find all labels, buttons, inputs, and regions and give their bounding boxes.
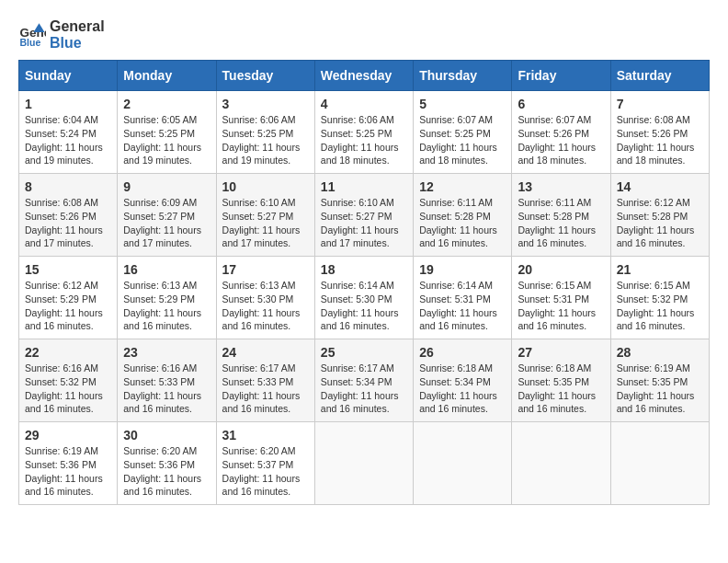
- calendar-cell: [314, 422, 413, 505]
- calendar-cell: 17 Sunrise: 6:13 AMSunset: 5:30 PMDaylig…: [216, 257, 314, 339]
- day-info: Sunrise: 6:17 AMSunset: 5:34 PMDaylight:…: [321, 362, 399, 414]
- calendar-week-row: 1 Sunrise: 6:04 AMSunset: 5:24 PMDayligh…: [19, 91, 710, 174]
- day-number: 26: [419, 345, 506, 360]
- calendar-cell: 5 Sunrise: 6:07 AMSunset: 5:25 PMDayligh…: [414, 91, 512, 174]
- calendar-cell: 16 Sunrise: 6:13 AMSunset: 5:29 PMDaylig…: [118, 257, 216, 339]
- day-info: Sunrise: 6:09 AMSunset: 5:27 PMDaylight:…: [123, 197, 201, 248]
- calendar-cell: [512, 422, 610, 505]
- day-number: 4: [321, 97, 407, 111]
- calendar-cell: 18 Sunrise: 6:14 AMSunset: 5:30 PMDaylig…: [314, 257, 413, 339]
- day-number: 31: [222, 428, 309, 442]
- day-info: Sunrise: 6:08 AMSunset: 5:26 PMDaylight:…: [617, 114, 695, 166]
- calendar-cell: 20 Sunrise: 6:15 AMSunset: 5:31 PMDaylig…: [512, 257, 610, 339]
- logo-text-blue: Blue: [50, 35, 105, 52]
- day-info: Sunrise: 6:20 AMSunset: 5:36 PMDaylight:…: [123, 445, 201, 497]
- day-info: Sunrise: 6:13 AMSunset: 5:30 PMDaylight:…: [222, 280, 301, 331]
- day-info: Sunrise: 6:19 AMSunset: 5:35 PMDaylight:…: [617, 362, 695, 414]
- calendar-cell: 28 Sunrise: 6:19 AMSunset: 5:35 PMDaylig…: [610, 339, 709, 422]
- calendar-cell: 25 Sunrise: 6:17 AMSunset: 5:34 PMDaylig…: [314, 339, 413, 422]
- day-info: Sunrise: 6:11 AMSunset: 5:28 PMDaylight:…: [518, 197, 596, 248]
- day-info: Sunrise: 6:13 AMSunset: 5:29 PMDaylight:…: [123, 280, 201, 331]
- day-info: Sunrise: 6:04 AMSunset: 5:24 PMDaylight:…: [25, 114, 103, 166]
- weekday-header-friday: Friday: [512, 61, 610, 91]
- day-info: Sunrise: 6:18 AMSunset: 5:34 PMDaylight:…: [419, 362, 497, 414]
- day-number: 30: [123, 428, 210, 442]
- weekday-header-wednesday: Wednesday: [314, 61, 413, 91]
- logo: General Blue General Blue: [18, 18, 105, 51]
- day-info: Sunrise: 6:10 AMSunset: 5:27 PMDaylight:…: [321, 197, 399, 248]
- calendar-cell: 13 Sunrise: 6:11 AMSunset: 5:28 PMDaylig…: [512, 174, 610, 257]
- day-number: 21: [617, 262, 703, 277]
- calendar-cell: [414, 422, 512, 505]
- calendar-cell: 19 Sunrise: 6:14 AMSunset: 5:31 PMDaylig…: [414, 257, 512, 339]
- calendar-cell: 10 Sunrise: 6:10 AMSunset: 5:27 PMDaylig…: [216, 174, 314, 257]
- calendar-cell: 31 Sunrise: 6:20 AMSunset: 5:37 PMDaylig…: [216, 422, 314, 505]
- day-info: Sunrise: 6:14 AMSunset: 5:31 PMDaylight:…: [419, 280, 497, 331]
- weekday-header-tuesday: Tuesday: [216, 61, 314, 91]
- day-number: 9: [123, 179, 210, 194]
- day-number: 17: [222, 262, 309, 277]
- day-number: 25: [321, 345, 407, 360]
- day-number: 12: [419, 179, 506, 194]
- weekday-header-saturday: Saturday: [610, 61, 709, 91]
- day-info: Sunrise: 6:15 AMSunset: 5:31 PMDaylight:…: [518, 280, 596, 331]
- day-number: 14: [617, 179, 703, 194]
- day-info: Sunrise: 6:11 AMSunset: 5:28 PMDaylight:…: [419, 197, 497, 248]
- svg-text:Blue: Blue: [20, 37, 41, 48]
- calendar-cell: 24 Sunrise: 6:17 AMSunset: 5:33 PMDaylig…: [216, 339, 314, 422]
- logo-text-general: General: [50, 18, 105, 35]
- calendar-cell: 3 Sunrise: 6:06 AMSunset: 5:25 PMDayligh…: [216, 91, 314, 174]
- day-number: 29: [25, 428, 111, 442]
- calendar-cell: 4 Sunrise: 6:06 AMSunset: 5:25 PMDayligh…: [314, 91, 413, 174]
- calendar-table: SundayMondayTuesdayWednesdayThursdayFrid…: [18, 60, 710, 505]
- day-info: Sunrise: 6:07 AMSunset: 5:25 PMDaylight:…: [419, 114, 497, 166]
- day-info: Sunrise: 6:07 AMSunset: 5:26 PMDaylight:…: [518, 114, 596, 166]
- header: General Blue General Blue: [18, 18, 710, 51]
- day-info: Sunrise: 6:10 AMSunset: 5:27 PMDaylight:…: [222, 197, 301, 248]
- calendar-week-row: 15 Sunrise: 6:12 AMSunset: 5:29 PMDaylig…: [19, 257, 710, 339]
- weekday-header-thursday: Thursday: [414, 61, 512, 91]
- calendar-week-row: 22 Sunrise: 6:16 AMSunset: 5:32 PMDaylig…: [19, 339, 710, 422]
- day-number: 19: [419, 262, 506, 277]
- day-info: Sunrise: 6:16 AMSunset: 5:32 PMDaylight:…: [25, 362, 103, 414]
- calendar-cell: 14 Sunrise: 6:12 AMSunset: 5:28 PMDaylig…: [610, 174, 709, 257]
- day-info: Sunrise: 6:05 AMSunset: 5:25 PMDaylight:…: [123, 114, 201, 166]
- calendar-cell: 26 Sunrise: 6:18 AMSunset: 5:34 PMDaylig…: [414, 339, 512, 422]
- calendar-cell: 29 Sunrise: 6:19 AMSunset: 5:36 PMDaylig…: [19, 422, 118, 505]
- calendar-cell: 15 Sunrise: 6:12 AMSunset: 5:29 PMDaylig…: [19, 257, 118, 339]
- day-number: 10: [222, 179, 309, 194]
- calendar-cell: 21 Sunrise: 6:15 AMSunset: 5:32 PMDaylig…: [610, 257, 709, 339]
- calendar-cell: 7 Sunrise: 6:08 AMSunset: 5:26 PMDayligh…: [610, 91, 709, 174]
- calendar-cell: [610, 422, 709, 505]
- day-number: 23: [123, 345, 210, 360]
- weekday-header-monday: Monday: [118, 61, 216, 91]
- day-number: 28: [617, 345, 703, 360]
- day-number: 22: [25, 345, 111, 360]
- day-info: Sunrise: 6:19 AMSunset: 5:36 PMDaylight:…: [25, 445, 103, 497]
- day-number: 8: [25, 179, 111, 194]
- calendar-cell: 8 Sunrise: 6:08 AMSunset: 5:26 PMDayligh…: [19, 174, 118, 257]
- weekday-header-row: SundayMondayTuesdayWednesdayThursdayFrid…: [19, 61, 710, 91]
- calendar-week-row: 8 Sunrise: 6:08 AMSunset: 5:26 PMDayligh…: [19, 174, 710, 257]
- day-number: 15: [25, 262, 111, 277]
- day-info: Sunrise: 6:17 AMSunset: 5:33 PMDaylight:…: [222, 362, 301, 414]
- day-info: Sunrise: 6:20 AMSunset: 5:37 PMDaylight:…: [222, 445, 301, 497]
- day-number: 1: [25, 97, 111, 111]
- day-info: Sunrise: 6:06 AMSunset: 5:25 PMDaylight:…: [321, 114, 399, 166]
- day-number: 13: [518, 179, 604, 194]
- calendar-cell: 11 Sunrise: 6:10 AMSunset: 5:27 PMDaylig…: [314, 174, 413, 257]
- weekday-header-sunday: Sunday: [19, 61, 118, 91]
- day-info: Sunrise: 6:12 AMSunset: 5:29 PMDaylight:…: [25, 280, 103, 331]
- day-number: 18: [321, 262, 407, 277]
- day-info: Sunrise: 6:16 AMSunset: 5:33 PMDaylight:…: [123, 362, 201, 414]
- day-number: 11: [321, 179, 407, 194]
- day-number: 16: [123, 262, 210, 277]
- calendar-cell: 9 Sunrise: 6:09 AMSunset: 5:27 PMDayligh…: [118, 174, 216, 257]
- logo-icon: General Blue: [18, 21, 46, 49]
- day-number: 20: [518, 262, 604, 277]
- calendar-cell: 22 Sunrise: 6:16 AMSunset: 5:32 PMDaylig…: [19, 339, 118, 422]
- calendar-cell: 30 Sunrise: 6:20 AMSunset: 5:36 PMDaylig…: [118, 422, 216, 505]
- day-info: Sunrise: 6:15 AMSunset: 5:32 PMDaylight:…: [617, 280, 695, 331]
- calendar-week-row: 29 Sunrise: 6:19 AMSunset: 5:36 PMDaylig…: [19, 422, 710, 505]
- calendar-cell: 12 Sunrise: 6:11 AMSunset: 5:28 PMDaylig…: [414, 174, 512, 257]
